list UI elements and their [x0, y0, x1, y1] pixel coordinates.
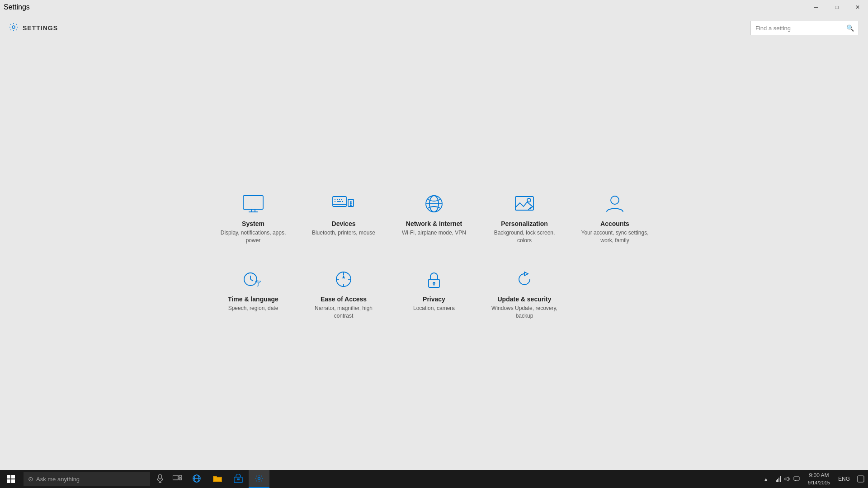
- settings-item-ease[interactable]: Ease of Access Narrator, magnifier, high…: [303, 263, 384, 324]
- title-bar: Settings ─ □ ✕: [0, 0, 868, 14]
- devices-icon: [330, 192, 357, 216]
- title-bar-left: Settings: [4, 3, 30, 11]
- personalization-icon: [511, 192, 538, 216]
- settings-row-2: 字 Time & language Speech, region, date: [212, 263, 656, 324]
- taskbar-settings[interactable]: [249, 470, 269, 488]
- svg-rect-52: [237, 479, 240, 480]
- svg-point-17: [350, 205, 351, 206]
- cortana-icon: ⊙: [28, 475, 33, 483]
- svg-point-22: [527, 198, 531, 202]
- time-name: Time & language: [228, 296, 278, 303]
- accounts-name: Accounts: [600, 220, 629, 227]
- settings-gear-icon: [9, 23, 18, 33]
- settings-item-accounts[interactable]: Accounts Your account, sync settings, wo…: [574, 187, 656, 249]
- svg-point-0: [12, 26, 15, 28]
- update-name: Update & security: [497, 296, 551, 303]
- cortana-search[interactable]: ⊙ Ask me anything: [24, 472, 150, 486]
- settings-item-devices[interactable]: Devices Bluetooth, printers, mouse: [303, 187, 384, 249]
- mic-button[interactable]: [152, 470, 168, 488]
- task-view-button[interactable]: [168, 470, 186, 488]
- minimize-button[interactable]: ─: [806, 0, 826, 14]
- close-button[interactable]: ✕: [847, 0, 868, 14]
- expand-icon: ▲: [764, 477, 768, 482]
- settings-search-box[interactable]: 🔍: [750, 21, 859, 35]
- svg-rect-45: [173, 475, 178, 480]
- personalization-name: Personalization: [501, 220, 547, 227]
- privacy-desc: Location, camera: [413, 305, 455, 312]
- taskbar-right: ▲ 9:00 AM 9/14/2015: [760, 470, 868, 488]
- network-icon: [420, 192, 448, 216]
- header-left: SETTINGS: [9, 23, 58, 33]
- ease-icon: [330, 267, 357, 292]
- header: SETTINGS 🔍: [0, 14, 868, 42]
- start-button[interactable]: [0, 470, 22, 488]
- svg-rect-54: [776, 480, 777, 482]
- svg-point-15: [350, 202, 351, 202]
- svg-point-25: [611, 196, 619, 204]
- accounts-desc: Your account, sync settings, work, famil…: [579, 229, 651, 244]
- svg-rect-55: [777, 479, 778, 482]
- network-name: Network & Internet: [406, 220, 462, 227]
- svg-rect-47: [179, 478, 182, 480]
- settings-item-update[interactable]: Update & security Windows Update, recove…: [484, 263, 565, 324]
- system-desc: Display, notifications, apps, power: [217, 229, 289, 244]
- svg-rect-57: [780, 476, 781, 482]
- search-icon: 🔍: [846, 24, 854, 32]
- svg-rect-59: [794, 477, 799, 480]
- restore-button[interactable]: □: [826, 0, 847, 14]
- settings-item-privacy[interactable]: Privacy Location, camera: [393, 263, 475, 324]
- devices-name: Devices: [332, 220, 356, 227]
- notification-icon: [857, 475, 864, 483]
- ease-desc: Narrator, magnifier, high contrast: [307, 305, 380, 320]
- taskbar-store[interactable]: [228, 470, 249, 488]
- svg-rect-1: [243, 196, 263, 209]
- ease-name: Ease of Access: [321, 296, 367, 303]
- svg-point-16: [350, 203, 351, 204]
- main-content: System Display, notifications, apps, pow…: [0, 42, 868, 470]
- taskbar: ⊙ Ask me anything: [0, 470, 868, 488]
- clock-time: 9:00 AM: [809, 472, 829, 479]
- volume-icon: [784, 476, 791, 482]
- svg-rect-38: [7, 475, 10, 479]
- notification-button[interactable]: [854, 470, 868, 488]
- svg-rect-46: [179, 475, 182, 477]
- svg-rect-42: [159, 474, 161, 479]
- time-icon: 字: [240, 267, 267, 292]
- system-name: System: [242, 220, 264, 227]
- cortana-text: Ask me anything: [36, 476, 80, 483]
- svg-rect-60: [858, 476, 864, 482]
- system-tray-icons[interactable]: [772, 470, 803, 488]
- settings-row-1: System Display, notifications, apps, pow…: [212, 187, 656, 249]
- settings-container: System Display, notifications, apps, pow…: [212, 187, 656, 324]
- svg-rect-39: [11, 475, 15, 479]
- settings-item-system[interactable]: System Display, notifications, apps, pow…: [212, 187, 294, 249]
- svg-point-36: [433, 282, 435, 284]
- privacy-icon: [420, 267, 448, 292]
- language-button[interactable]: ENG: [835, 470, 854, 488]
- settings-search-input[interactable]: [755, 25, 846, 32]
- settings-item-time[interactable]: 字 Time & language Speech, region, date: [212, 263, 294, 324]
- network-sys-icon: [775, 476, 782, 482]
- svg-line-28: [250, 279, 253, 281]
- language-label: ENG: [838, 476, 850, 482]
- update-desc: Windows Update, recovery, backup: [488, 305, 561, 320]
- accounts-icon: [601, 192, 628, 216]
- taskbar-explorer[interactable]: [207, 470, 228, 488]
- svg-marker-58: [785, 477, 788, 481]
- settings-item-personalization[interactable]: Personalization Background, lock screen,…: [484, 187, 565, 249]
- update-icon: [511, 267, 538, 292]
- svg-rect-56: [778, 478, 779, 482]
- system-icon: [240, 192, 267, 216]
- settings-item-network[interactable]: Network & Internet Wi-Fi, airplane mode,…: [393, 187, 475, 249]
- svg-rect-35: [429, 279, 439, 287]
- message-icon: [793, 476, 800, 482]
- time-desc: Speech, region, date: [228, 305, 278, 312]
- taskbar-ie[interactable]: [186, 470, 207, 488]
- svg-rect-40: [7, 479, 10, 483]
- personalization-desc: Background, lock screen, colors: [488, 229, 561, 244]
- svg-point-53: [258, 478, 260, 480]
- system-tray-expand[interactable]: ▲: [760, 470, 772, 488]
- clock-date: 9/14/2015: [808, 479, 830, 486]
- privacy-name: Privacy: [423, 296, 445, 303]
- taskbar-clock[interactable]: 9:00 AM 9/14/2015: [803, 470, 835, 488]
